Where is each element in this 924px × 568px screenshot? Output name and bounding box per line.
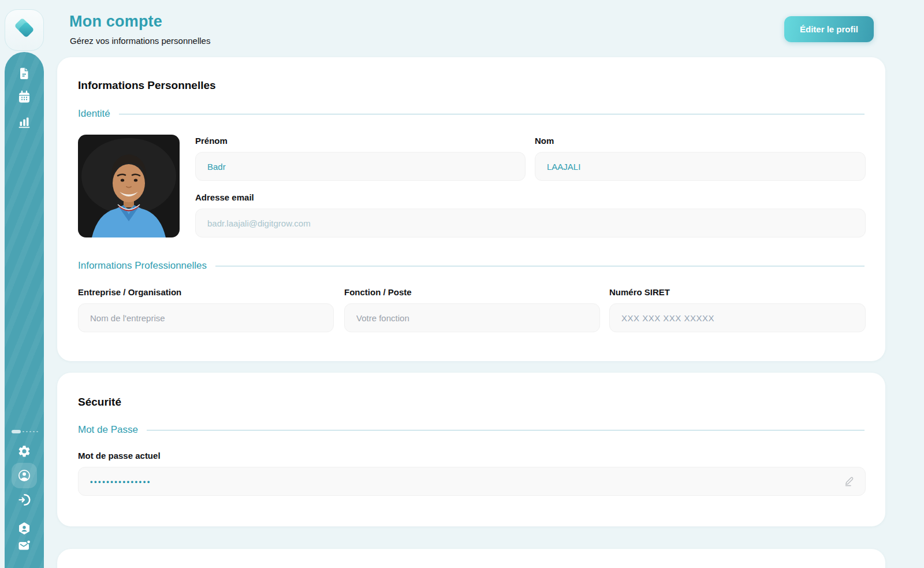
gear-icon — [17, 444, 31, 458]
current-password-label: Mot de passe actuel — [78, 451, 161, 461]
mail-notification-icon — [17, 539, 31, 552]
security-card-title: Sécurité — [78, 396, 121, 409]
password-section-header: Mot de Passe — [78, 424, 865, 436]
sidebar-item-messages[interactable] — [17, 539, 31, 552]
sidebar-divider — [12, 430, 38, 433]
siret-input[interactable] — [609, 303, 866, 332]
section-divider-line — [215, 266, 865, 266]
calendar-icon — [17, 90, 31, 104]
next-card-partial — [57, 549, 885, 568]
sidebar-item-logout[interactable] — [17, 493, 31, 507]
edit-profile-button[interactable]: Éditer le profil — [784, 16, 874, 42]
profile-photo — [78, 135, 180, 237]
sidebar-item-settings[interactable] — [17, 444, 31, 458]
document-icon — [17, 66, 31, 80]
app-logo[interactable] — [5, 9, 44, 51]
user-circle-icon — [17, 469, 31, 482]
professional-section-header: Informations Professionnelles — [78, 260, 865, 272]
identity-section-header: Identité — [78, 108, 865, 120]
section-divider-line — [119, 114, 865, 114]
personal-info-card: Informations Personnelles Identité Préno… — [57, 57, 885, 361]
identity-section-label: Identité — [78, 108, 110, 120]
professional-section-label: Informations Professionnelles — [78, 260, 207, 272]
personal-info-card-title: Informations Personnelles — [78, 79, 216, 92]
first-name-input[interactable] — [195, 152, 526, 181]
logout-icon — [17, 493, 31, 507]
position-label: Fonction / Poste — [344, 287, 412, 297]
sidebar-item-calendar[interactable] — [17, 90, 31, 104]
first-name-label: Prénom — [195, 136, 228, 146]
pencil-icon — [844, 476, 855, 487]
password-section-label: Mot de Passe — [78, 424, 138, 436]
last-name-input[interactable] — [535, 152, 866, 181]
sidebar-item-account[interactable] — [17, 469, 31, 482]
position-input[interactable] — [344, 303, 600, 332]
security-card: Sécurité Mot de Passe Mot de passe actue… — [57, 373, 885, 526]
company-input[interactable] — [78, 303, 334, 332]
sidebar — [5, 52, 44, 568]
siret-label: Numéro SIRET — [609, 287, 670, 297]
sidebar-item-stats[interactable] — [17, 115, 31, 129]
page-subtitle: Gérez vos informations personnelles — [70, 36, 210, 46]
bar-chart-icon — [17, 115, 31, 129]
page-title: Mon compte — [69, 13, 162, 31]
company-label: Entreprise / Organisation — [78, 287, 181, 297]
sidebar-item-profile-badge[interactable] — [17, 522, 31, 536]
diamond-logo-icon — [11, 16, 38, 44]
email-label: Adresse email — [195, 192, 254, 202]
section-divider-line — [147, 430, 865, 430]
current-password-input[interactable] — [78, 467, 866, 496]
email-input[interactable] — [195, 209, 866, 237]
user-badge-icon — [17, 522, 31, 536]
sidebar-item-documents[interactable] — [17, 66, 31, 80]
last-name-label: Nom — [535, 136, 554, 146]
edit-password-button[interactable] — [844, 476, 855, 487]
